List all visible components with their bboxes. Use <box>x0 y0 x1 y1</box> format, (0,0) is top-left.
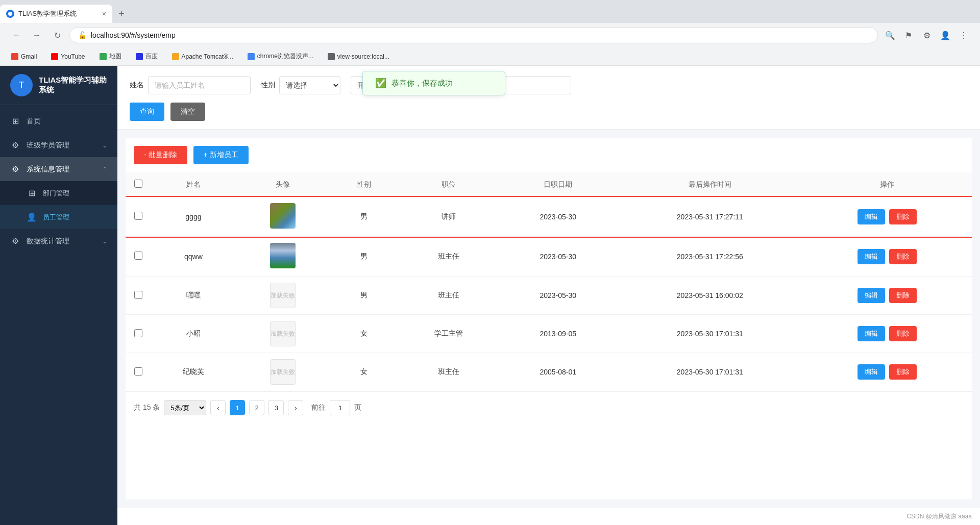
class-icon: ⚙ <box>10 140 20 150</box>
menu-btn[interactable]: ⋮ <box>955 27 972 43</box>
cell-hire-date: 2023-05-30 <box>499 277 617 315</box>
page-3-btn[interactable]: 3 <box>268 400 284 415</box>
total-info: 共 15 条 <box>134 403 160 412</box>
forward-btn[interactable]: → <box>29 27 45 43</box>
filter-gender: 性别 请选择 男 女 <box>261 76 340 94</box>
main-content: 姓名 性别 请选择 男 女 至 查询 <box>117 66 980 525</box>
cell-avatar: 加载失败 <box>236 315 330 353</box>
goto-input[interactable] <box>330 400 350 415</box>
header-position: 职位 <box>398 172 499 197</box>
sidebar: T TLIAS智能学习辅助系统 ⊞ 首页 ⚙ 班级学员管理 ⌄ ⚙ 系统信息管理… <box>0 66 117 525</box>
avatar-placeholder: 加载失败 <box>270 283 296 308</box>
sidebar-item-emp[interactable]: 👤 员工管理 <box>0 205 117 229</box>
cell-name: qqww <box>151 237 236 277</box>
search-btn[interactable]: 🔍 <box>882 27 898 43</box>
batch-delete-btn[interactable]: - 批量删除 <box>134 146 187 164</box>
page-1-btn[interactable]: 1 <box>230 400 245 415</box>
cell-avatar: 加载失败 <box>236 277 330 315</box>
row-checkbox[interactable] <box>134 329 142 337</box>
table-header-row: 姓名 头像 性别 职位 日职日期 最后操作时间 操作 <box>126 172 972 197</box>
source-icon <box>328 53 335 60</box>
bookmark-btn[interactable]: ⚑ <box>900 27 917 43</box>
delete-btn[interactable]: 删除 <box>889 326 917 341</box>
sidebar-item-sysinfo[interactable]: ⚙ 系统信息管理 ⌃ <box>0 157 117 181</box>
bookmark-tomcat-label: Apache Tomcat®... <box>182 53 233 60</box>
filter-gender-select[interactable]: 请选择 男 女 <box>279 76 340 94</box>
sidebar-item-class-label: 班级学员管理 <box>27 141 96 150</box>
active-tab[interactable]: TLIAS教学管理系统 × <box>0 5 112 23</box>
filter-name-input[interactable] <box>148 76 251 94</box>
bookmark-tomcat[interactable]: Apache Tomcat®... <box>169 52 236 62</box>
logo-icon: T <box>10 74 33 96</box>
address-text: localhost:90/#/system/emp <box>91 31 869 39</box>
sysinfo-arrow: ⌃ <box>102 166 107 173</box>
edit-btn[interactable]: 编辑 <box>857 326 885 341</box>
cell-actions: 编辑 删除 <box>802 197 972 237</box>
sidebar-item-home[interactable]: ⊞ 首页 <box>0 109 117 133</box>
edit-btn[interactable]: 编辑 <box>857 364 885 380</box>
delete-btn[interactable]: 删除 <box>889 364 917 380</box>
row-checkbox[interactable] <box>134 367 142 376</box>
filter-gender-label: 性别 <box>261 81 275 90</box>
next-page-btn[interactable]: › <box>288 400 303 415</box>
extensions-btn[interactable]: ⚙ <box>919 27 935 43</box>
table-body: gggg男讲师2023-05-302023-05-31 17:27:11 编辑 … <box>126 197 972 391</box>
table-row: 纪晓芙加载失败女班主任2005-08-012023-05-30 17:01:31… <box>126 353 972 391</box>
delete-btn[interactable]: 删除 <box>889 249 917 264</box>
tab-bar: TLIAS教学管理系统 × + <box>0 0 980 23</box>
cell-last-op: 2023-05-31 17:27:11 <box>617 197 802 237</box>
total-count: 15 <box>143 403 151 411</box>
sidebar-item-class[interactable]: ⚙ 班级学员管理 ⌄ <box>0 133 117 157</box>
sidebar-item-data[interactable]: ⚙ 数据统计管理 ⌄ <box>0 229 117 253</box>
bookmark-youtube[interactable]: YouTube <box>48 52 88 62</box>
select-all-checkbox[interactable] <box>134 180 142 188</box>
table-section: - 批量删除 + 新增员工 姓名 头像 性别 职位 日职 <box>126 138 972 499</box>
row-checkbox[interactable] <box>134 212 142 220</box>
action-btn-group: 编辑 删除 <box>811 209 964 224</box>
prev-page-btn[interactable]: ‹ <box>210 400 226 415</box>
bookmark-source[interactable]: view-source:local... <box>325 52 393 62</box>
filter-bar: 姓名 性别 请选择 男 女 至 查询 <box>117 66 980 130</box>
reload-btn[interactable]: ↻ <box>49 27 65 43</box>
bookmark-gmail[interactable]: Gmail <box>8 52 40 62</box>
cell-actions: 编辑 删除 <box>802 237 972 277</box>
edit-btn[interactable]: 编辑 <box>857 209 885 224</box>
table-row: qqww男班主任2023-05-302023-05-31 17:22:56 编辑… <box>126 237 972 277</box>
tomcat-icon <box>172 53 179 60</box>
row-checkbox[interactable] <box>134 252 142 260</box>
cell-actions: 编辑 删除 <box>802 277 972 315</box>
avatar-placeholder: 加载失败 <box>270 359 296 385</box>
delete-btn[interactable]: 删除 <box>889 209 917 224</box>
bookmark-baidu[interactable]: 百度 <box>133 51 161 62</box>
address-bar[interactable]: 🔓 localhost:90/#/system/emp <box>69 27 878 43</box>
cell-position: 班主任 <box>398 277 499 315</box>
sidebar-item-dept[interactable]: ⊞ 部门管理 <box>0 181 117 205</box>
table-row: 嘿嘿加载失败男班主任2023-05-302023-05-31 16:00:02 … <box>126 277 972 315</box>
cell-gender: 女 <box>330 315 398 353</box>
dept-icon: ⊞ <box>27 188 37 198</box>
tab-close-btn[interactable]: × <box>102 10 106 18</box>
cell-actions: 编辑 删除 <box>802 353 972 391</box>
query-btn[interactable]: 查询 <box>130 103 164 121</box>
clear-btn[interactable]: 清空 <box>170 103 205 121</box>
delete-btn[interactable]: 删除 <box>889 288 917 303</box>
action-btn-group: 编辑 删除 <box>811 288 964 303</box>
sidebar-item-emp-label: 员工管理 <box>43 213 107 222</box>
edit-btn[interactable]: 编辑 <box>857 288 885 303</box>
header-actions: 操作 <box>802 172 972 197</box>
profile-btn[interactable]: 👤 <box>937 27 953 43</box>
action-btn-group: 编辑 删除 <box>811 364 964 380</box>
sidebar-logo: T TLIAS智能学习辅助系统 <box>0 66 117 105</box>
page-2-btn[interactable]: 2 <box>249 400 264 415</box>
bookmark-chrome[interactable]: chrome浏览器没声... <box>244 51 316 62</box>
add-employee-btn[interactable]: + 新增员工 <box>193 146 249 164</box>
back-btn[interactable]: ← <box>8 27 24 43</box>
row-checkbox[interactable] <box>134 291 142 299</box>
new-tab-btn[interactable]: + <box>112 5 131 23</box>
edit-btn[interactable]: 编辑 <box>857 249 885 264</box>
bookmark-maps[interactable]: 地图 <box>96 51 125 62</box>
cell-gender: 男 <box>330 277 398 315</box>
page-size-select[interactable]: 5条/页 10条/页 20条/页 <box>164 400 206 415</box>
sidebar-menu: ⊞ 首页 ⚙ 班级学员管理 ⌄ ⚙ 系统信息管理 ⌃ ⊞ 部门管理 👤 <box>0 105 117 525</box>
baidu-icon <box>136 53 143 60</box>
